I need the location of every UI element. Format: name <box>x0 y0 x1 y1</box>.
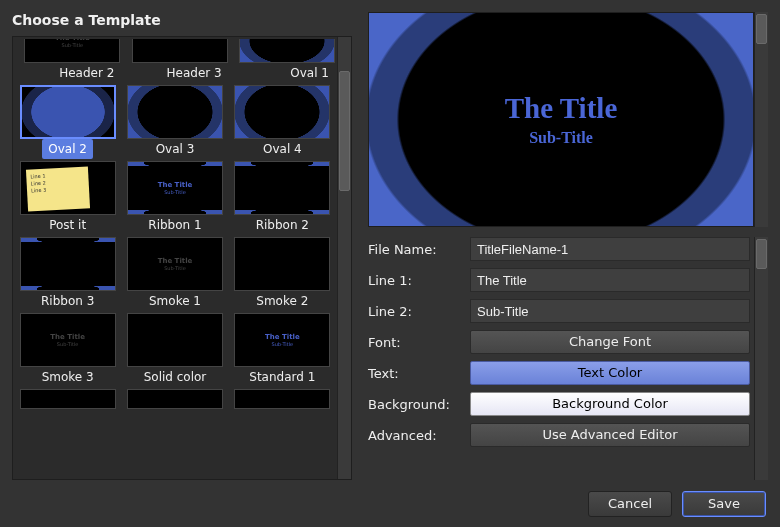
text-label: Text: <box>368 366 460 381</box>
template-cell-postit[interactable]: Line 1Line 2Line 3 Post it <box>15 161 120 235</box>
background-label: Background: <box>368 397 460 412</box>
line1-field[interactable] <box>470 268 750 292</box>
save-button[interactable]: Save <box>682 491 766 517</box>
template-cell-smoke3[interactable]: The TitleSub-Title Smoke 3 <box>15 313 120 387</box>
template-cell-more[interactable] <box>230 389 335 409</box>
template-cell-oval4[interactable]: The TitleSub-Title Oval 4 <box>230 85 335 159</box>
cancel-button[interactable]: Cancel <box>588 491 672 517</box>
text-color-button[interactable]: Text Color <box>470 361 750 385</box>
line1-label: Line 1: <box>368 273 460 288</box>
template-cell-more[interactable] <box>15 389 120 409</box>
template-cell-header2[interactable]: The TitleSub-Title Header 2 <box>15 39 120 83</box>
template-label: Ribbon 3 <box>35 291 100 311</box>
property-form: File Name: Line 1: Line 2: Font: Change … <box>368 237 754 480</box>
template-label: Header 2 <box>53 63 120 83</box>
template-cell-smoke1[interactable]: The TitleSub-Title Smoke 1 <box>122 237 227 311</box>
preview-subtitle: Sub-Title <box>529 129 593 147</box>
template-preview: The Title Sub-Title <box>368 12 754 227</box>
change-font-button[interactable]: Change Font <box>470 330 750 354</box>
advanced-editor-button[interactable]: Use Advanced Editor <box>470 423 750 447</box>
template-cell-ribbon3[interactable]: Ribbon 3 <box>15 237 120 311</box>
advanced-label: Advanced: <box>368 428 460 443</box>
template-cell-oval3[interactable]: The TitleSub-Title Oval 3 <box>122 85 227 159</box>
preview-scrollbar[interactable] <box>754 12 768 227</box>
template-label: Oval 3 <box>150 139 201 159</box>
scrollbar-thumb[interactable] <box>339 71 350 191</box>
filename-field[interactable] <box>470 237 750 261</box>
line2-field[interactable] <box>470 299 750 323</box>
template-label: Standard 1 <box>243 367 321 387</box>
template-cell-smoke2[interactable]: Smoke 2 <box>230 237 335 311</box>
template-label: Smoke 2 <box>250 291 314 311</box>
template-cell-oval1[interactable]: Oval 1 <box>230 39 335 83</box>
template-label: Smoke 1 <box>143 291 207 311</box>
form-scrollbar[interactable] <box>754 237 768 480</box>
template-label: Post it <box>43 215 92 235</box>
filename-label: File Name: <box>368 242 460 257</box>
template-cell-standard1[interactable]: The TitleSub-Title Standard 1 <box>230 313 335 387</box>
template-cell-ribbon2[interactable]: Ribbon 2 <box>230 161 335 235</box>
template-label: Ribbon 1 <box>142 215 207 235</box>
scrollbar-thumb[interactable] <box>756 14 767 44</box>
template-cell-header3[interactable]: Header 3 <box>122 39 227 83</box>
font-label: Font: <box>368 335 460 350</box>
gallery-scrollbar[interactable] <box>337 37 351 479</box>
scrollbar-thumb[interactable] <box>756 239 767 269</box>
template-cell-oval2[interactable]: The TitleSub-Title Oval 2 <box>15 85 120 159</box>
template-label: Oval 1 <box>284 63 335 83</box>
template-label: Smoke 3 <box>36 367 100 387</box>
template-label: Oval 4 <box>257 139 308 159</box>
template-cell-ribbon1[interactable]: The TitleSub-Title Ribbon 1 <box>122 161 227 235</box>
line2-label: Line 2: <box>368 304 460 319</box>
template-label: Header 3 <box>161 63 228 83</box>
template-gallery[interactable]: The TitleSub-Title Header 2 Header 3 Ova… <box>13 37 337 479</box>
template-label: Ribbon 2 <box>250 215 315 235</box>
background-color-button[interactable]: Background Color <box>470 392 750 416</box>
template-cell-more[interactable] <box>122 389 227 409</box>
choose-template-heading: Choose a Template <box>12 12 352 28</box>
template-label: Oval 2 <box>42 139 93 159</box>
preview-title: The Title <box>505 92 618 125</box>
template-label: Solid color <box>138 367 213 387</box>
template-cell-solid[interactable]: Solid color <box>122 313 227 387</box>
